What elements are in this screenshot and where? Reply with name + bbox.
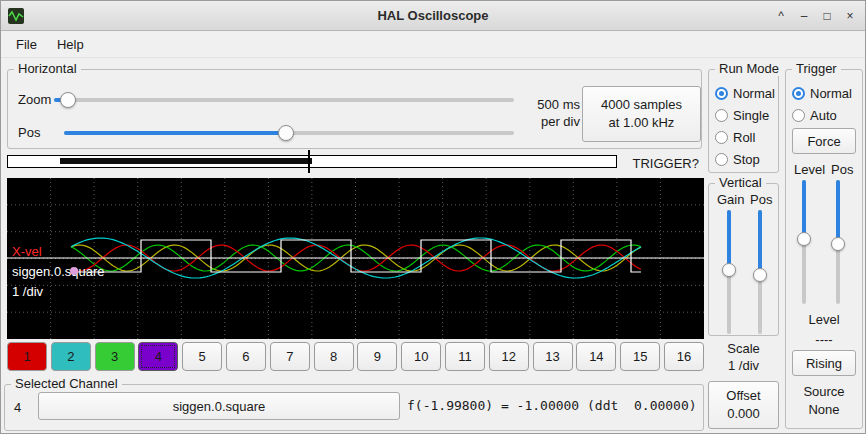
trigger-group: Trigger Normal Auto Force Level Pos Leve… xyxy=(785,69,863,429)
menu-file[interactable]: File xyxy=(7,34,46,55)
offset-caption: Offset xyxy=(726,387,760,405)
run-mode-option-stop[interactable]: Stop xyxy=(715,151,760,167)
trigger-option-auto[interactable]: Auto xyxy=(792,107,837,123)
pos-label: Pos xyxy=(18,125,40,140)
vertical-pos-slider-handle[interactable] xyxy=(753,268,767,282)
run-mode-option-normal[interactable]: Normal xyxy=(715,85,775,101)
channel-button-9[interactable]: 9 xyxy=(357,342,397,371)
vertical-group-title: Vertical xyxy=(715,175,766,190)
shade-icon[interactable]: ^ xyxy=(772,7,790,25)
channel-button-16[interactable]: 16 xyxy=(664,342,704,371)
gain-label: Gain xyxy=(717,192,744,207)
window-controls: ^ – □ × xyxy=(772,7,859,25)
app-window: HAL Oscilloscope ^ – □ × File Help Horiz… xyxy=(0,0,866,434)
trigger-pos-slider[interactable] xyxy=(830,180,846,304)
scale-value: 1 /div xyxy=(708,358,779,373)
vertical-pos-slider[interactable] xyxy=(752,210,768,334)
trigger-level-slider[interactable] xyxy=(796,180,812,304)
samples-button[interactable]: 4000 samples at 1.00 kHz xyxy=(582,86,701,142)
trigger-level-slider-handle[interactable] xyxy=(797,232,811,246)
gain-slider[interactable] xyxy=(721,210,737,334)
channel-position-marker[interactable] xyxy=(70,267,78,275)
selected-channel-number: 4 xyxy=(14,400,21,415)
time-per-div: 500 ms per div xyxy=(516,96,580,130)
offset-button[interactable]: Offset 0.000 xyxy=(708,381,779,429)
radio-icon xyxy=(792,87,805,100)
zoom-slider[interactable] xyxy=(54,91,514,109)
vertical-group: Vertical Gain Pos xyxy=(708,183,779,336)
gain-slider-handle[interactable] xyxy=(722,263,736,277)
channel-button-6[interactable]: 6 xyxy=(226,342,266,371)
scope-label-xvel: X-vel xyxy=(12,244,42,259)
zoom-slider-groove[interactable] xyxy=(54,98,514,102)
value-readout: f(-1.99800) = -1.00000 (ddt 0.00000) xyxy=(407,398,697,413)
trigger-pos-slider-handle[interactable] xyxy=(831,237,845,251)
pos-slider[interactable] xyxy=(64,124,514,142)
channel-button-12[interactable]: 12 xyxy=(489,342,529,371)
channel-button-5[interactable]: 5 xyxy=(182,342,222,371)
time-per-div-unit: per div xyxy=(516,113,580,130)
record-window-segment[interactable] xyxy=(60,158,312,164)
maximize-icon[interactable]: □ xyxy=(818,7,836,25)
trigger-level-caption: Level xyxy=(786,312,862,327)
channel-button-15[interactable]: 15 xyxy=(620,342,660,371)
zoom-label: Zoom xyxy=(18,92,51,107)
channel-button-8[interactable]: 8 xyxy=(314,342,354,371)
trigger-group-title: Trigger xyxy=(792,61,841,76)
trigger-source-value[interactable]: None xyxy=(786,402,862,417)
trigger-option-normal[interactable]: Normal xyxy=(792,85,852,101)
force-button[interactable]: Force xyxy=(792,128,856,154)
channel-button-10[interactable]: 10 xyxy=(401,342,441,371)
scope-label-channel-name: siggen.0.square xyxy=(12,264,105,279)
titlebar: HAL Oscilloscope ^ – □ × xyxy=(1,1,865,31)
trigger-status-label: TRIGGER? xyxy=(627,156,699,171)
radio-icon xyxy=(715,153,728,166)
run-mode-group-title: Run Mode xyxy=(715,61,783,76)
record-position-bar[interactable] xyxy=(7,155,617,168)
samples-count: 4000 samples xyxy=(601,96,682,114)
channel-button-3[interactable]: 3 xyxy=(95,342,135,371)
selected-channel-group-title: Selected Channel xyxy=(11,376,122,391)
window-title: HAL Oscilloscope xyxy=(1,8,865,23)
scale-caption: Scale xyxy=(708,341,779,356)
channel-button-11[interactable]: 11 xyxy=(445,342,485,371)
scope-label-scale: 1 /div xyxy=(12,284,43,299)
minimize-icon[interactable]: – xyxy=(795,7,813,25)
channel-button-14[interactable]: 14 xyxy=(576,342,616,371)
samples-rate: at 1.00 kHz xyxy=(609,114,675,132)
trigger-edge-button[interactable]: Rising xyxy=(792,350,856,376)
trigger-pos-label: Pos xyxy=(831,162,853,177)
zoom-slider-handle[interactable] xyxy=(60,92,76,108)
waveform-canvas xyxy=(7,178,704,339)
offset-value: 0.000 xyxy=(727,405,760,423)
radio-icon xyxy=(792,109,805,122)
pos-slider-handle[interactable] xyxy=(278,125,294,141)
run-mode-option-roll[interactable]: Roll xyxy=(715,129,755,145)
trigger-position-marker[interactable] xyxy=(308,150,310,173)
horizontal-group: Horizontal Zoom 500 ms per div 4000 samp… xyxy=(7,69,702,149)
time-per-div-value: 500 ms xyxy=(516,96,580,113)
channel-row: 1 2 3 4 5 6 7 8 9 10 11 12 13 14 15 16 xyxy=(7,342,704,371)
channel-button-13[interactable]: 13 xyxy=(533,342,573,371)
channel-button-1[interactable]: 1 xyxy=(7,342,47,371)
radio-icon xyxy=(715,131,728,144)
trigger-level-value: ---- xyxy=(786,332,862,347)
channel-name-button[interactable]: siggen.0.square xyxy=(38,392,400,420)
trigger-source-caption: Source xyxy=(786,384,862,399)
run-mode-group: Run Mode Normal Single Roll Stop xyxy=(708,69,779,173)
radio-icon xyxy=(715,109,728,122)
vertical-pos-label: Pos xyxy=(750,192,772,207)
channel-button-2[interactable]: 2 xyxy=(51,342,91,371)
horizontal-group-title: Horizontal xyxy=(14,61,81,76)
scope-display: X-vel siggen.0.square 1 /div xyxy=(7,178,704,339)
run-mode-option-single[interactable]: Single xyxy=(715,107,769,123)
radio-icon xyxy=(715,87,728,100)
channel-button-7[interactable]: 7 xyxy=(270,342,310,371)
channel-button-4[interactable]: 4 xyxy=(138,342,178,371)
menu-help[interactable]: Help xyxy=(48,34,93,55)
menubar: File Help xyxy=(1,31,865,58)
trigger-level-label: Level xyxy=(794,162,825,177)
selected-channel-group: Selected Channel 4 siggen.0.square f(-1.… xyxy=(4,384,704,431)
close-icon[interactable]: × xyxy=(841,7,859,25)
